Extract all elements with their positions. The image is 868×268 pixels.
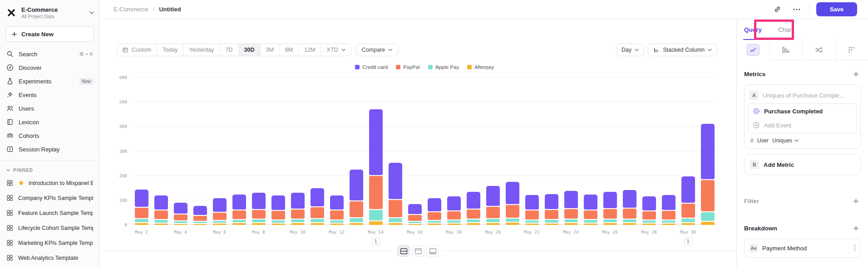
bar-segment-paypal[interactable] — [154, 210, 168, 219]
bar-segment-apple-pay[interactable] — [350, 218, 363, 222]
bar-may-6[interactable] — [213, 198, 227, 225]
bar-may-18[interactable] — [447, 196, 461, 225]
bar-segment-credit-card[interactable] — [603, 192, 617, 208]
bar-segment-paypal[interactable] — [467, 210, 480, 219]
metric-a-header[interactable]: A Uniques of Purchase Comple... — [748, 88, 857, 103]
bar-segment-apple-pay[interactable] — [467, 219, 480, 222]
bar-may-28[interactable] — [642, 196, 656, 225]
bar-segment-credit-card[interactable] — [467, 192, 480, 209]
bar-segment-credit-card[interactable] — [681, 176, 695, 203]
report-tab-insights[interactable] — [737, 40, 769, 60]
bar-may-23[interactable] — [545, 194, 558, 225]
tab-query[interactable]: Query — [744, 19, 762, 40]
bar-segment-afterpay[interactable] — [486, 223, 500, 225]
bar-may-12[interactable] — [330, 195, 344, 225]
bar-segment-paypal[interactable] — [486, 207, 500, 218]
bar-segment-paypal[interactable] — [681, 204, 695, 218]
sidebar-item-users[interactable]: Users — [0, 102, 99, 115]
bar-segment-apple-pay[interactable] — [135, 219, 148, 222]
bar-segment-credit-card[interactable] — [369, 109, 383, 175]
bar-may-13[interactable] — [350, 170, 363, 225]
bar-segment-paypal[interactable] — [193, 216, 207, 221]
add-breakdown-plus-button[interactable] — [851, 223, 861, 233]
bar-segment-paypal[interactable] — [584, 210, 597, 219]
project-switcher[interactable]: E-Commerce All Project Data — [0, 4, 99, 22]
bar-segment-credit-card[interactable] — [447, 196, 461, 210]
bar-segment-afterpay[interactable] — [506, 223, 519, 225]
bar-segment-afterpay[interactable] — [330, 224, 344, 225]
granularity-dropdown[interactable]: Day — [616, 44, 644, 56]
bar-segment-afterpay[interactable] — [642, 224, 656, 225]
bar-segment-paypal[interactable] — [701, 180, 715, 211]
bar-segment-apple-pay[interactable] — [252, 219, 266, 222]
bar-may-27[interactable] — [623, 190, 636, 225]
bar-segment-paypal[interactable] — [525, 210, 539, 219]
bar-segment-afterpay[interactable] — [252, 223, 266, 225]
bar-segment-credit-card[interactable] — [545, 194, 558, 210]
bar-segment-credit-card[interactable] — [564, 191, 578, 208]
bar-segment-paypal[interactable] — [232, 210, 246, 219]
bar-segment-paypal[interactable] — [369, 176, 383, 210]
bar-segment-apple-pay[interactable] — [271, 220, 285, 223]
bar-segment-apple-pay[interactable] — [701, 212, 715, 221]
tab-chart[interactable]: Chart — [778, 19, 793, 40]
bar-segment-paypal[interactable] — [291, 210, 305, 219]
bar-may-4[interactable] — [174, 203, 187, 225]
bar-may-9[interactable] — [271, 195, 285, 225]
bar-segment-paypal[interactable] — [603, 209, 617, 219]
bar-segment-credit-card[interactable] — [311, 188, 324, 206]
bar-segment-apple-pay[interactable] — [330, 220, 344, 223]
bar-segment-apple-pay[interactable] — [662, 220, 676, 223]
bar-segment-paypal[interactable] — [545, 210, 558, 219]
bar-segment-apple-pay[interactable] — [428, 221, 441, 223]
bar-segment-credit-card[interactable] — [525, 195, 539, 210]
breadcrumb-page[interactable]: Untitled — [159, 6, 181, 13]
layout-split-button[interactable] — [398, 245, 410, 257]
pinned-item-marketing-kpis[interactable]: Marketing KPIs Sample Template — [0, 235, 99, 250]
save-button[interactable]: Save — [816, 2, 857, 16]
create-new-button[interactable]: Create New — [5, 26, 94, 42]
bar-segment-paypal[interactable] — [350, 201, 363, 217]
bar-segment-afterpay[interactable] — [603, 223, 617, 225]
bar-may-8[interactable] — [252, 193, 266, 225]
legend-item[interactable]: Afterpay — [467, 64, 494, 70]
bar-segment-credit-card[interactable] — [701, 124, 715, 179]
bar-may-31[interactable] — [701, 124, 715, 225]
bar-segment-credit-card[interactable] — [330, 195, 344, 210]
bar-segment-paypal[interactable] — [271, 211, 285, 219]
breakdown-item-card[interactable]: Aa Payment Method — [744, 239, 861, 258]
bar-segment-paypal[interactable] — [642, 211, 656, 219]
bar-may-20[interactable] — [486, 186, 500, 225]
bar-segment-apple-pay[interactable] — [174, 221, 187, 223]
bar-segment-apple-pay[interactable] — [389, 218, 402, 222]
add-filter-plus-button[interactable] — [851, 196, 861, 206]
range-custom[interactable]: Custom — [117, 44, 157, 56]
bar-segment-apple-pay[interactable] — [486, 219, 500, 222]
bar-segment-credit-card[interactable] — [213, 198, 227, 211]
legend-item[interactable]: Apple Pay — [428, 64, 459, 70]
report-tab-funnels[interactable] — [769, 40, 803, 60]
bar-segment-afterpay[interactable] — [193, 224, 207, 225]
bar-segment-credit-card[interactable] — [486, 186, 500, 206]
range-3m[interactable]: 3M — [260, 44, 279, 56]
bar-segment-apple-pay[interactable] — [213, 221, 227, 223]
annotation-marker-badge[interactable]: 1 — [684, 237, 692, 245]
bar-segment-afterpay[interactable] — [662, 224, 676, 225]
legend-item[interactable]: Credit card — [355, 64, 388, 70]
bar-segment-afterpay[interactable] — [545, 224, 558, 225]
bar-segment-credit-card[interactable] — [350, 170, 363, 200]
bar-segment-credit-card[interactable] — [623, 190, 636, 208]
bar-segment-paypal[interactable] — [174, 214, 187, 220]
bar-may-3[interactable] — [154, 195, 168, 225]
bar-segment-afterpay[interactable] — [701, 222, 715, 225]
bar-segment-paypal[interactable] — [252, 210, 266, 219]
bar-may-11[interactable] — [311, 188, 324, 225]
bar-segment-apple-pay[interactable] — [154, 220, 168, 223]
bar-segment-apple-pay[interactable] — [545, 220, 558, 223]
bar-may-5[interactable] — [193, 206, 207, 225]
bar-segment-paypal[interactable] — [311, 207, 324, 218]
bar-may-14[interactable] — [369, 109, 383, 225]
layout-bottom-button[interactable] — [427, 245, 439, 257]
bar-segment-credit-card[interactable] — [662, 195, 676, 210]
sidebar-item-events[interactable]: Events — [0, 88, 99, 102]
